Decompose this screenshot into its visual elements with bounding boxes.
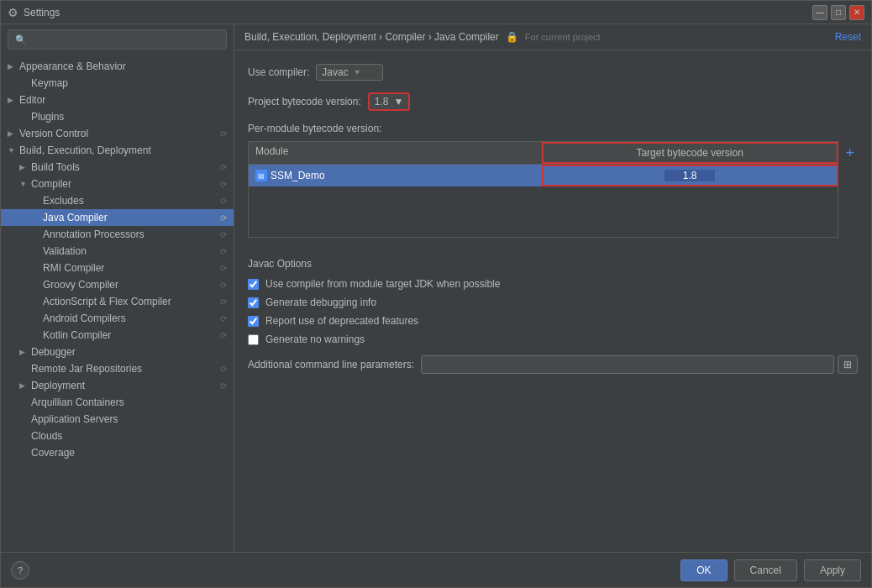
bottom-bar: ? OK Cancel Apply bbox=[1, 552, 871, 587]
checkbox-row-1: Use compiler from module target JDK when… bbox=[248, 278, 858, 290]
column-target-bytecode: Target bytecode version bbox=[542, 142, 838, 164]
main-content: 🔍 ▶ Appearance & Behavior Keymap ▶ Edito… bbox=[1, 24, 871, 552]
version-input[interactable]: 1.8 bbox=[665, 170, 715, 181]
breadcrumb: Build, Execution, Deployment › Compiler … bbox=[234, 24, 871, 50]
sidebar-item-coverage[interactable]: Coverage bbox=[1, 444, 234, 461]
sidebar-item-label: Kotlin Compiler bbox=[43, 329, 111, 341]
sidebar-item-arquillian[interactable]: Arquillian Containers bbox=[1, 394, 234, 411]
add-module-button[interactable]: + bbox=[842, 143, 858, 164]
checkbox-use-compiler[interactable] bbox=[248, 279, 259, 290]
sidebar-item-label: RMI Compiler bbox=[43, 262, 104, 274]
sidebar-item-build-tools[interactable]: ▶ Build Tools ⟳ bbox=[1, 159, 234, 176]
expand-arrow: ▶ bbox=[19, 348, 31, 356]
sidebar-item-label: Build Tools bbox=[31, 161, 80, 173]
project-bytecode-label: Project bytecode version: bbox=[248, 96, 361, 108]
javac-options-section: Javac Options Use compiler from module t… bbox=[248, 258, 858, 374]
use-compiler-select[interactable]: Javac ▼ bbox=[316, 64, 383, 81]
for-project-label: For current project bbox=[525, 32, 601, 42]
checkbox-row-3: Report use of deprecated features bbox=[248, 315, 858, 327]
sidebar-item-label: Debugger bbox=[31, 346, 76, 358]
sync-icon: ⟳ bbox=[220, 381, 227, 391]
close-button[interactable]: ✕ bbox=[849, 5, 864, 20]
sidebar-item-android-compilers[interactable]: Android Compilers ⟳ bbox=[1, 310, 234, 327]
sidebar-item-java-compiler[interactable]: Java Compiler ⟳ bbox=[1, 209, 234, 226]
sidebar-item-label: Appearance & Behavior bbox=[19, 60, 126, 72]
sync-icon: ⟳ bbox=[220, 163, 227, 172]
sidebar-item-kotlin-compiler[interactable]: Kotlin Compiler ⟳ bbox=[1, 327, 234, 344]
checkbox-use-compiler-label: Use compiler from module target JDK when… bbox=[265, 278, 500, 290]
module-icon: ▤ bbox=[255, 170, 267, 181]
search-icon: 🔍 bbox=[15, 34, 27, 45]
sync-icon: ⟳ bbox=[220, 264, 227, 273]
sidebar-item-label: Plugins bbox=[31, 111, 64, 123]
help-button[interactable]: ? bbox=[11, 561, 29, 580]
dropdown-arrow-icon: ▼ bbox=[354, 68, 361, 76]
module-name-cell: ▤ SSM_Demo bbox=[249, 166, 542, 185]
sidebar-item-debugger[interactable]: ▶ Debugger bbox=[1, 344, 234, 360]
reset-button[interactable]: Reset bbox=[835, 31, 861, 43]
sidebar-item-editor[interactable]: ▶ Editor bbox=[1, 92, 234, 108]
expand-arrow: ▶ bbox=[8, 129, 19, 138]
checkbox-no-warnings-label: Generate no warnings bbox=[265, 333, 365, 345]
sidebar: 🔍 ▶ Appearance & Behavior Keymap ▶ Edito… bbox=[1, 24, 234, 552]
checkbox-debugging-info[interactable] bbox=[248, 297, 259, 308]
version-cell[interactable]: 1.8 bbox=[542, 165, 838, 186]
sidebar-item-label: Groovy Compiler bbox=[43, 279, 118, 291]
sync-icon: ⟳ bbox=[220, 129, 227, 139]
sidebar-item-annotation-processors[interactable]: Annotation Processors ⟳ bbox=[1, 226, 234, 243]
apply-button[interactable]: Apply bbox=[804, 559, 861, 581]
project-bytecode-select[interactable]: 1.8 ▼ bbox=[368, 92, 411, 111]
cmd-expand-button[interactable]: ⊞ bbox=[838, 355, 858, 374]
sync-icon: ⟳ bbox=[220, 197, 227, 206]
module-name: SSM_Demo bbox=[271, 170, 325, 181]
dropdown-arrow-icon: ▼ bbox=[393, 96, 403, 108]
use-compiler-row: Use compiler: Javac ▼ bbox=[248, 64, 858, 81]
expand-arrow: ▶ bbox=[19, 381, 31, 390]
table-row[interactable]: ▤ SSM_Demo 1.8 bbox=[249, 165, 838, 186]
window-title: Settings bbox=[24, 7, 812, 18]
settings-content: Use compiler: Javac ▼ Project bytecode v… bbox=[234, 50, 871, 552]
sidebar-item-label: Coverage bbox=[31, 447, 75, 459]
search-input[interactable] bbox=[30, 34, 219, 45]
sidebar-item-compiler[interactable]: ▼ Compiler ⟳ bbox=[1, 176, 234, 192]
use-compiler-value: Javac bbox=[322, 66, 348, 78]
sidebar-item-label: ActionScript & Flex Compiler bbox=[43, 296, 171, 307]
maximize-button[interactable]: □ bbox=[831, 5, 846, 20]
expand-arrow: ▶ bbox=[19, 163, 31, 171]
sidebar-item-rmi-compiler[interactable]: RMI Compiler ⟳ bbox=[1, 260, 234, 276]
cmd-row: Additional command line parameters: ⊞ bbox=[248, 355, 858, 374]
sidebar-item-clouds[interactable]: Clouds bbox=[1, 428, 234, 444]
sync-icon: ⟳ bbox=[220, 281, 227, 290]
sidebar-item-label: Build, Execution, Deployment bbox=[19, 144, 151, 156]
sidebar-item-groovy-compiler[interactable]: Groovy Compiler ⟳ bbox=[1, 276, 234, 293]
sidebar-item-keymap[interactable]: Keymap bbox=[1, 75, 234, 92]
sidebar-item-label: Validation bbox=[43, 245, 87, 257]
cancel-button[interactable]: Cancel bbox=[734, 559, 797, 581]
sidebar-item-deployment[interactable]: ▶ Deployment ⟳ bbox=[1, 377, 234, 394]
search-box[interactable]: 🔍 bbox=[8, 29, 227, 50]
sync-icon: ⟳ bbox=[220, 230, 227, 239]
sidebar-item-plugins[interactable]: Plugins bbox=[1, 108, 234, 125]
sidebar-item-label: Compiler bbox=[31, 178, 71, 190]
sidebar-item-validation[interactable]: Validation ⟳ bbox=[1, 243, 234, 260]
column-module: Module bbox=[249, 142, 542, 164]
cmd-label: Additional command line parameters: bbox=[248, 359, 414, 370]
cmd-input[interactable] bbox=[421, 355, 834, 374]
sidebar-item-version-control[interactable]: ▶ Version Control ⟳ bbox=[1, 125, 234, 142]
empty-table-area bbox=[249, 186, 838, 237]
sidebar-item-build-execution[interactable]: ▼ Build, Execution, Deployment bbox=[1, 142, 234, 159]
sidebar-item-label: Application Servers bbox=[31, 413, 118, 425]
sidebar-item-appearance[interactable]: ▶ Appearance & Behavior bbox=[1, 58, 234, 75]
sidebar-item-excludes[interactable]: Excludes ⟳ bbox=[1, 192, 234, 209]
ok-button[interactable]: OK bbox=[680, 559, 727, 581]
module-table: Module Target bytecode version ▤ SSM_Dem… bbox=[248, 141, 838, 238]
settings-window: ⚙ Settings — □ ✕ 🔍 ▶ Appearance & Behavi… bbox=[0, 0, 872, 588]
sidebar-item-actionscript[interactable]: ActionScript & Flex Compiler ⟳ bbox=[1, 293, 234, 310]
checkbox-deprecated-features[interactable] bbox=[248, 316, 259, 327]
minimize-button[interactable]: — bbox=[812, 5, 827, 20]
checkbox-no-warnings[interactable] bbox=[248, 334, 259, 345]
sidebar-item-app-servers[interactable]: Application Servers bbox=[1, 411, 234, 428]
sidebar-item-remote-jar[interactable]: Remote Jar Repositories ⟳ bbox=[1, 360, 234, 377]
javac-options-title: Javac Options bbox=[248, 258, 858, 270]
expand-arrow: ▼ bbox=[19, 180, 31, 188]
